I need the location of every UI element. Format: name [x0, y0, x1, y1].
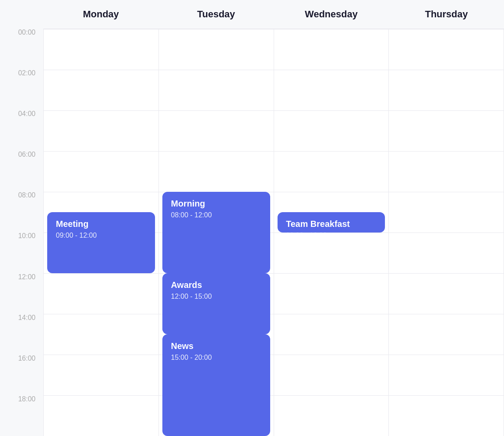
event-time: 09:00 - 10:00	[286, 232, 377, 239]
day-header-wednesday: Wednesday	[274, 9, 389, 20]
event-meeting[interactable]: Meeting09:00 - 12:00	[47, 212, 155, 273]
event-morning[interactable]: Morning08:00 - 12:00	[162, 192, 270, 273]
grid-line	[159, 110, 274, 111]
day-header-tuesday: Tuesday	[158, 9, 274, 20]
day-column-monday: Meeting09:00 - 12:00	[44, 29, 159, 436]
time-label: 06:00	[0, 151, 43, 191]
event-time: 08:00 - 12:00	[171, 211, 262, 219]
event-time: 12:00 - 15:00	[171, 293, 262, 300]
grid-line	[44, 70, 158, 70]
grid-line	[389, 29, 504, 29]
time-label: 04:00	[0, 110, 43, 151]
grid-line	[44, 192, 158, 192]
day-column-wednesday: Team Breakfast09:00 - 10:00	[274, 29, 389, 436]
calendar-container: MondayTuesdayWednesdayThursday 00:0002:0…	[0, 0, 504, 436]
grid-line	[389, 233, 504, 233]
grid-line	[274, 192, 389, 192]
calendar-body: 00:0002:0004:0006:0008:0010:0012:0014:00…	[0, 29, 504, 436]
day-column-tuesday: Morning08:00 - 12:00Awards12:00 - 15:00N…	[159, 29, 274, 436]
time-label: 14:00	[0, 314, 43, 355]
grid-area: Meeting09:00 - 12:00Morning08:00 - 12:00…	[43, 29, 504, 436]
grid-line	[389, 273, 504, 274]
grid-line	[389, 110, 504, 111]
grid-line	[44, 151, 158, 152]
event-title: Team Breakfast	[286, 219, 377, 229]
time-axis: 00:0002:0004:0006:0008:0010:0012:0014:00…	[0, 29, 43, 436]
event-time: 15:00 - 20:00	[171, 354, 262, 362]
event-title: News	[171, 341, 262, 351]
grid-line	[159, 29, 274, 29]
grid-line	[274, 355, 389, 355]
event-awards[interactable]: Awards12:00 - 15:00	[162, 273, 270, 334]
event-title: Meeting	[56, 219, 146, 229]
grid-line	[274, 70, 389, 70]
time-label: 02:00	[0, 69, 43, 110]
grid-line	[389, 395, 504, 396]
time-label: 10:00	[0, 232, 43, 273]
time-label: 08:00	[0, 191, 43, 232]
grid-line	[274, 273, 389, 274]
grid-line	[159, 151, 274, 152]
time-label: 12:00	[0, 273, 43, 314]
event-title: Morning	[171, 199, 262, 209]
time-label: 16:00	[0, 355, 43, 395]
grid-line	[159, 70, 274, 70]
day-column-thursday	[389, 29, 504, 436]
grid-line	[44, 395, 158, 396]
grid-line	[389, 151, 504, 152]
grid-line	[389, 314, 504, 314]
grid-line	[44, 314, 158, 314]
grid-line	[389, 355, 504, 355]
day-headers-row: MondayTuesdayWednesdayThursday	[0, 0, 504, 29]
grid-line	[274, 395, 389, 396]
event-title: Awards	[171, 280, 262, 290]
time-label: 18:00	[0, 395, 43, 436]
grid-line	[274, 29, 389, 29]
event-team-breakfast[interactable]: Team Breakfast09:00 - 10:00	[278, 212, 385, 233]
day-header-thursday: Thursday	[389, 9, 504, 20]
grid-line	[274, 110, 389, 111]
event-news[interactable]: News15:00 - 20:00	[162, 334, 270, 436]
day-header-monday: Monday	[43, 9, 158, 20]
grid-line	[389, 70, 504, 70]
grid-line	[274, 151, 389, 152]
grid-line	[44, 29, 158, 29]
grid-line	[44, 355, 158, 355]
time-label: 00:00	[0, 29, 43, 69]
grid-line	[44, 273, 158, 274]
grid-line	[389, 192, 504, 192]
grid-line	[274, 314, 389, 314]
event-time: 09:00 - 12:00	[56, 232, 146, 239]
grid-line	[44, 110, 158, 111]
